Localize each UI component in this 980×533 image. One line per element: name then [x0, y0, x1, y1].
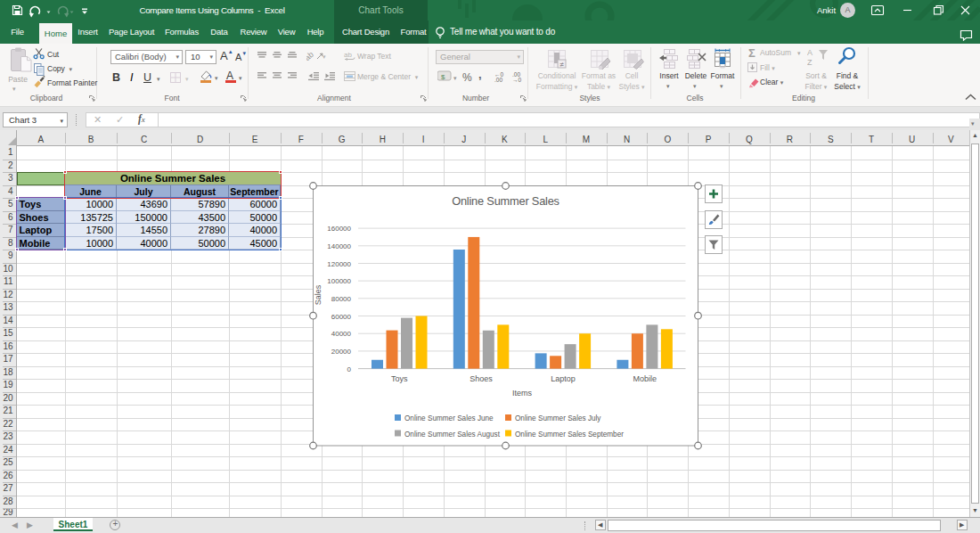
svg-text:Online Summer Sales August: Online Summer Sales August — [404, 430, 501, 439]
svg-text:Mobile: Mobile — [633, 374, 657, 383]
svg-text:0: 0 — [347, 365, 352, 373]
svg-text:.00: .00 — [494, 77, 502, 83]
svg-text:A: A — [226, 70, 233, 82]
svg-text:ab: ab — [306, 50, 315, 61]
svg-text:Laptop: Laptop — [551, 374, 576, 383]
svg-text:Toys: Toys — [391, 374, 408, 383]
svg-text:▾: ▾ — [215, 75, 218, 81]
svg-text:$: $ — [441, 73, 445, 81]
svg-text:Online Summer Sales September: Online Summer Sales September — [515, 430, 624, 439]
svg-text:60000: 60000 — [331, 313, 352, 321]
svg-text:Online Summer Sales July: Online Summer Sales July — [515, 414, 601, 422]
svg-text:Shoes: Shoes — [470, 374, 493, 383]
svg-text:140000: 140000 — [327, 242, 351, 250]
svg-text:,: , — [478, 70, 482, 81]
svg-text:Items: Items — [512, 389, 533, 398]
svg-text:Z: Z — [807, 58, 813, 67]
svg-text:Sales: Sales — [314, 284, 323, 305]
svg-text:ab: ab — [344, 51, 352, 59]
svg-text:▾: ▾ — [185, 76, 189, 82]
svg-text:Online Summer Sales: Online Summer Sales — [452, 194, 559, 208]
svg-text:160000: 160000 — [327, 225, 351, 233]
svg-text:▾: ▾ — [239, 75, 242, 81]
svg-text:≠: ≠ — [560, 61, 565, 69]
svg-text:20000: 20000 — [331, 348, 352, 356]
svg-text:80000: 80000 — [331, 295, 352, 303]
svg-text:▾: ▾ — [453, 75, 457, 81]
svg-text:40000: 40000 — [331, 330, 352, 338]
svg-text:%: % — [462, 71, 472, 84]
svg-text:100000: 100000 — [327, 277, 351, 285]
svg-text:Online Summer Sales June: Online Summer Sales June — [404, 414, 494, 422]
svg-text:120000: 120000 — [327, 260, 351, 268]
svg-text:A: A — [807, 48, 813, 57]
